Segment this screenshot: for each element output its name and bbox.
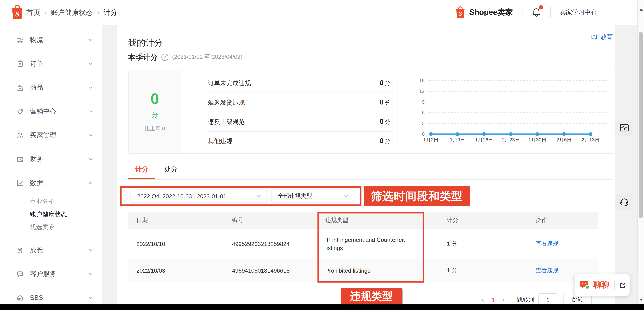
- chat-logo-icon: [580, 280, 590, 290]
- shopee-brand-icon: S: [455, 6, 466, 19]
- tab-punishment[interactable]: 处分: [158, 161, 183, 178]
- sidebar-item-buyer-management[interactable]: 买家管理: [0, 123, 102, 147]
- chevron-down-icon: [88, 156, 94, 162]
- chat-label: 聊聊: [594, 280, 609, 290]
- svg-text:1月30日: 1月30日: [528, 137, 546, 142]
- cell-id: 499529203213259824: [232, 240, 325, 247]
- quarter-select[interactable]: 2022 Q4: 2022-10-03 - 2023-01-01: [130, 190, 267, 202]
- sidebar-item-marketing-center[interactable]: 营销中心: [0, 99, 102, 123]
- sidebar: 物流订单商品营销中心买家管理财务数据商业分析账户健康状态优选卖家成长客户服务SB…: [0, 25, 102, 310]
- violation-label: 订单未完成违规: [208, 79, 251, 87]
- next-page-button[interactable]: ›: [497, 295, 510, 304]
- sidebar-item-products[interactable]: 商品: [0, 76, 102, 99]
- view-violation-link[interactable]: 查看违规: [536, 267, 598, 274]
- violation-row: 订单未完成违规0分: [208, 74, 391, 93]
- chevron-down-icon: [88, 37, 94, 43]
- top-navbar: S 首页 › 账户健康状态 › 计分 S Shopee卖家 卖家学习中心: [0, 0, 638, 25]
- violation-points: 0分: [380, 79, 390, 87]
- sidebar-item-logistics[interactable]: 物流: [0, 28, 102, 52]
- season-date-range: (2023/01/02 至 2023/04/02): [172, 54, 242, 61]
- tab-points[interactable]: 计分: [128, 161, 155, 178]
- violation-row: 延迟发货违规0分: [208, 93, 391, 112]
- medal-icon: [16, 246, 24, 254]
- chevron-down-icon: [88, 109, 94, 114]
- sidebar-item-preferred-seller[interactable]: 优选卖家: [0, 220, 102, 233]
- sidebar-submenu: 商业分析账户健康状态优选卖家: [0, 195, 102, 238]
- sidebar-item-customer-service[interactable]: 客户服务: [0, 262, 102, 286]
- divider: [550, 7, 551, 18]
- letterbox-strip: [0, 304, 644, 310]
- seller-center-page: S 首页 › 账户健康状态 › 计分 S Shopee卖家 卖家学习中心 物流订…: [0, 0, 644, 310]
- chat-widget[interactable]: 聊聊: [574, 274, 630, 296]
- cell-date: 2022/10/10: [128, 240, 232, 247]
- page-title: 我的计分: [128, 37, 163, 49]
- svg-text:9: 9: [422, 99, 425, 105]
- season-title: 本季计分: [128, 52, 158, 62]
- brand-name: Shopee卖家: [469, 7, 513, 18]
- notifications-button[interactable]: [532, 8, 541, 17]
- svg-text:S: S: [15, 10, 19, 18]
- divider: [522, 7, 522, 18]
- score-compare-text: 比上周 0: [144, 125, 165, 132]
- column-header: 计分: [447, 217, 536, 224]
- total-score-value: 0: [150, 91, 159, 107]
- sidebar-item-growth[interactable]: 成长: [0, 238, 102, 262]
- divider: [614, 280, 615, 290]
- page-scrollbar[interactable]: [638, 0, 644, 310]
- support-button[interactable]: [615, 194, 633, 210]
- svg-text:3: 3: [422, 121, 425, 126]
- annotation-filter-label: 筛选时间段和类型: [364, 186, 470, 206]
- breadcrumb-separator: ›: [97, 8, 100, 17]
- sidebar-item-account-health[interactable]: 账户健康状态: [0, 208, 102, 220]
- scrollbar-thumb[interactable]: [639, 32, 643, 218]
- violation-points: 0分: [380, 137, 390, 145]
- chevron-up-icon: [88, 180, 94, 186]
- chevron-down-icon: [88, 61, 94, 67]
- svg-text:0: 0: [422, 131, 425, 137]
- jump-to-label: 跳转到: [517, 296, 534, 303]
- svg-text:1月2日: 1月2日: [423, 137, 438, 142]
- sidebar-item-label: 订单: [30, 59, 43, 68]
- education-link[interactable]: 教育: [590, 33, 613, 41]
- cell-points: 1 分: [447, 267, 536, 274]
- violation-row: 违反上架规范0分: [208, 112, 391, 132]
- prev-page-button[interactable]: ‹: [476, 295, 489, 304]
- help-icon[interactable]: ?: [162, 54, 168, 61]
- violation-type-select[interactable]: 全部违规类型: [271, 190, 354, 202]
- chevron-down-icon: [256, 193, 262, 199]
- sidebar-item-data[interactable]: 数据: [0, 171, 102, 195]
- sidebar-item-label: 客户服务: [30, 269, 56, 278]
- svg-text:1月23日: 1月23日: [502, 137, 520, 142]
- view-violation-link[interactable]: 查看违规: [536, 240, 598, 247]
- breadcrumb-current: 计分: [104, 8, 118, 17]
- performance-monitor-button[interactable]: [615, 120, 633, 136]
- chevron-down-icon: [343, 193, 349, 199]
- chevron-down-icon: [88, 132, 94, 138]
- current-page: 1: [489, 296, 497, 303]
- shopee-logo-icon[interactable]: S: [11, 4, 24, 21]
- popout-icon[interactable]: [619, 281, 626, 289]
- breadcrumb-home[interactable]: 首页: [26, 8, 40, 17]
- seller-learning-center-link[interactable]: 卖家学习中心: [560, 9, 597, 16]
- violation-label: 延迟发货违规: [208, 98, 245, 106]
- tag-icon: [16, 108, 24, 115]
- column-header: 编号: [232, 217, 325, 224]
- sidebar-menu: 物流订单商品营销中心买家管理财务数据商业分析账户健康状态优选卖家成长客户服务SB…: [0, 25, 102, 310]
- svg-text:2月13日: 2月13日: [582, 137, 600, 142]
- breadcrumb-account-health[interactable]: 账户健康状态: [51, 8, 93, 17]
- sidebar-item-business-analysis[interactable]: 商业分析: [0, 195, 102, 208]
- score-trend-chart: 036912151月2日1月9日1月16日1月23日1月30日2月6日2月13日: [413, 75, 610, 146]
- notification-badge: [539, 5, 543, 9]
- chevron-down-icon: [88, 85, 94, 90]
- sidebar-item-finance[interactable]: 财务: [0, 147, 102, 171]
- headset-icon: [620, 197, 629, 207]
- scroll-down-icon[interactable]: [640, 298, 643, 301]
- topbar-right: S Shopee卖家 卖家学习中心: [455, 0, 597, 25]
- sidebar-item-orders[interactable]: 订单: [0, 52, 102, 76]
- book-icon: [590, 34, 598, 41]
- scroll-up-icon[interactable]: [640, 8, 643, 11]
- svg-text:S: S: [459, 10, 462, 17]
- cell-points: 1 分: [447, 240, 536, 247]
- cell-id: 496941050181496618: [232, 267, 325, 274]
- svg-text:1月9日: 1月9日: [450, 137, 465, 142]
